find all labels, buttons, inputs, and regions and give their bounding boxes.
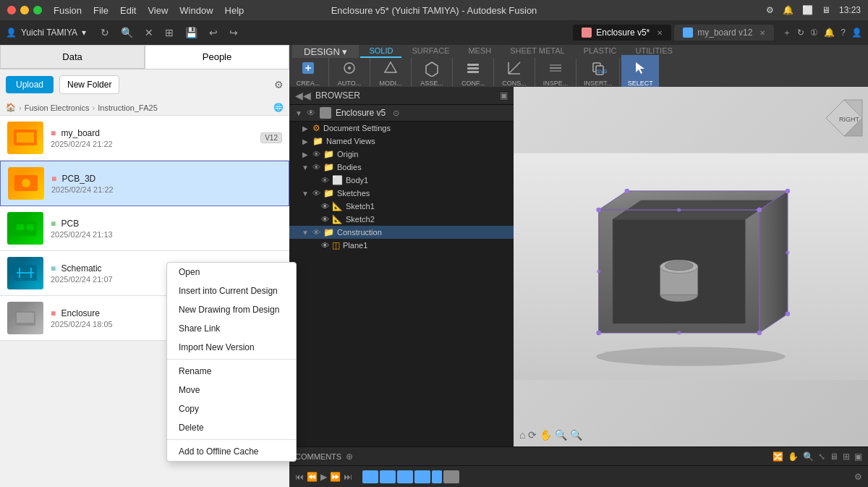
- context-copy[interactable]: Copy: [167, 399, 296, 418]
- browser-item-plane1[interactable]: 👁 ◫ Plane1: [289, 239, 514, 252]
- tool-create[interactable]: CREA...: [289, 55, 327, 90]
- tool-construct[interactable]: CONS...: [495, 55, 533, 90]
- viewport[interactable]: RIGHT ⌂ ⟳ ✋ 🔍 🔍: [514, 87, 868, 446]
- eye-sketches[interactable]: 👁: [312, 189, 320, 198]
- tool-insert[interactable]: SVG INSERT...: [578, 55, 618, 90]
- new-folder-button[interactable]: New Folder: [59, 75, 119, 94]
- tool-select[interactable]: SELECT: [621, 55, 659, 90]
- tab-refresh-icon[interactable]: ↻: [797, 27, 804, 38]
- eye-bodies[interactable]: 👁: [312, 163, 320, 171]
- tab-close-myboard[interactable]: ✕: [760, 29, 765, 37]
- timeline-frame-1[interactable]: [362, 470, 378, 483]
- browser-item-origin[interactable]: ▶ 👁 📁 Origin: [289, 148, 514, 161]
- timeline-frame-6[interactable]: [443, 470, 459, 483]
- minimize-button[interactable]: [20, 6, 29, 14]
- nav-icon-7[interactable]: ▣: [854, 452, 862, 462]
- browser-item-named-views[interactable]: ▶ 📁 Named Views: [289, 135, 514, 148]
- timeline-prev-button[interactable]: ⏪: [307, 472, 318, 482]
- eye-body1[interactable]: 👁: [321, 176, 329, 185]
- eye-origin[interactable]: 👁: [312, 150, 320, 158]
- tool-auto[interactable]: AUTO...: [331, 55, 368, 90]
- version-badge-myboard[interactable]: V12: [260, 132, 282, 143]
- tab-data[interactable]: Data: [0, 45, 145, 69]
- context-insert[interactable]: Insert into Current Design: [167, 281, 296, 300]
- browser-item-sketches[interactable]: ▼ 👁 📁 Sketches: [289, 187, 514, 200]
- browser-root-item[interactable]: ▼ 👁 Enclosure v5 ⊙: [289, 105, 514, 122]
- close-panel-button[interactable]: ✕: [142, 25, 156, 40]
- browser-item-construction[interactable]: ▼ 👁 📁 Construction: [289, 226, 514, 239]
- browser-item-body1[interactable]: 👁 ⬜ Body1: [289, 174, 514, 187]
- tab-people[interactable]: People: [145, 45, 289, 69]
- menu-view[interactable]: View: [148, 5, 168, 16]
- browser-item-doc-settings[interactable]: ▶ ⚙ Document Settings: [289, 122, 514, 135]
- breadcrumb-electronics[interactable]: Fusion Electronics: [25, 103, 90, 112]
- save-button[interactable]: 💾: [182, 25, 200, 40]
- tab-bell-icon[interactable]: 🔔: [824, 27, 835, 38]
- menu-file[interactable]: File: [93, 5, 109, 16]
- file-item-pcb3d[interactable]: ■ PCB_3D 2025/02/24 21:22: [0, 161, 289, 206]
- timeline-frame-2[interactable]: [380, 470, 396, 483]
- browser-item-bodies[interactable]: ▼ 👁 📁 Bodies: [289, 161, 514, 174]
- tool-configure[interactable]: CONF...: [454, 55, 492, 90]
- context-rename[interactable]: Rename: [167, 362, 296, 381]
- timeline-end-button[interactable]: ⏭: [344, 472, 352, 482]
- context-open[interactable]: Open: [167, 263, 296, 281]
- timeline-frame-3[interactable]: [397, 470, 413, 483]
- context-new-drawing[interactable]: New Drawing from Design: [167, 300, 296, 319]
- context-import[interactable]: Import New Version: [167, 338, 296, 357]
- context-delete[interactable]: Delete: [167, 418, 296, 437]
- nav-icon-4[interactable]: ⤡: [818, 452, 825, 462]
- add-tab-button[interactable]: ＋: [783, 27, 791, 39]
- grid-view-button[interactable]: ⊞: [162, 25, 176, 40]
- viewport-pan-icon[interactable]: ✋: [540, 429, 552, 441]
- file-item-pcb[interactable]: ■ PCB 2025/02/24 21:13: [0, 206, 289, 251]
- nav-icon-3[interactable]: 🔍: [803, 452, 814, 462]
- fullscreen-button[interactable]: [33, 6, 42, 14]
- breadcrumb-instruction[interactable]: Instruction_FA25: [98, 103, 158, 112]
- context-move[interactable]: Move: [167, 381, 296, 399]
- menu-window[interactable]: Window: [179, 5, 213, 16]
- browser-item-sketch2[interactable]: 👁 📐 Sketch2: [289, 213, 514, 226]
- file-item-myboard[interactable]: ■ my_board 2025/02/24 21:22 V12: [0, 116, 289, 161]
- nav-icon-1[interactable]: 🔀: [773, 452, 783, 462]
- tab-profile-icon[interactable]: 👤: [851, 27, 862, 38]
- eye-plane1[interactable]: 👁: [321, 241, 329, 250]
- viewcube[interactable]: RIGHT: [819, 93, 862, 136]
- timeline-frame-4[interactable]: [414, 470, 430, 483]
- viewport-zoom-in-icon[interactable]: 🔍: [555, 429, 567, 441]
- context-offline[interactable]: Add to Offline Cache: [167, 442, 296, 461]
- user-dropdown-icon[interactable]: ▾: [82, 27, 86, 38]
- upload-button[interactable]: Upload: [6, 76, 54, 93]
- tab-enclosure[interactable]: Enclosure v5* ✕: [573, 25, 671, 41]
- tool-modify[interactable]: MODI...: [372, 55, 409, 90]
- undo-button[interactable]: ↩: [206, 25, 221, 40]
- nav-icon-2[interactable]: ✋: [788, 452, 799, 462]
- timeline-play-button[interactable]: ▶: [320, 472, 327, 482]
- tool-assemble[interactable]: ASSE...: [413, 55, 451, 90]
- viewport-orbit-icon[interactable]: ⟳: [528, 429, 537, 441]
- viewport-zoom-out-icon[interactable]: 🔍: [570, 429, 582, 441]
- user-section[interactable]: 👤 Yuichi TAMIYA ▾: [6, 27, 86, 38]
- tab-notification-icon[interactable]: ①: [810, 27, 818, 38]
- tab-myboard[interactable]: my_board v12 ✕: [674, 25, 774, 41]
- eye-construction[interactable]: 👁: [312, 228, 320, 237]
- eye-sketch1[interactable]: 👁: [321, 202, 329, 211]
- nav-icon-6[interactable]: ⊞: [843, 452, 850, 462]
- tool-inspect[interactable]: INSPE...: [537, 55, 574, 90]
- settings-icon[interactable]: ⚙: [274, 79, 284, 90]
- browser-collapse-button[interactable]: ◀◀: [295, 90, 311, 101]
- tab-close-enclosure[interactable]: ✕: [657, 29, 663, 37]
- browser-item-sketch1[interactable]: 👁 📐 Sketch1: [289, 200, 514, 213]
- refresh-button[interactable]: ↻: [98, 25, 112, 40]
- timeline-settings-icon[interactable]: ⚙: [854, 472, 862, 482]
- redo-button[interactable]: ↪: [226, 25, 241, 40]
- timeline-start-button[interactable]: ⏮: [295, 472, 304, 482]
- eye-sketch2[interactable]: 👁: [321, 215, 329, 224]
- timeline-next-button[interactable]: ⏩: [330, 472, 341, 482]
- context-share-link[interactable]: Share Link: [167, 319, 296, 338]
- menu-fusion[interactable]: Fusion: [54, 5, 82, 16]
- nav-icon-5[interactable]: 🖥: [830, 452, 838, 462]
- close-button[interactable]: [7, 6, 16, 14]
- search-button[interactable]: 🔍: [118, 25, 136, 40]
- comments-add-icon[interactable]: ⊕: [346, 452, 353, 462]
